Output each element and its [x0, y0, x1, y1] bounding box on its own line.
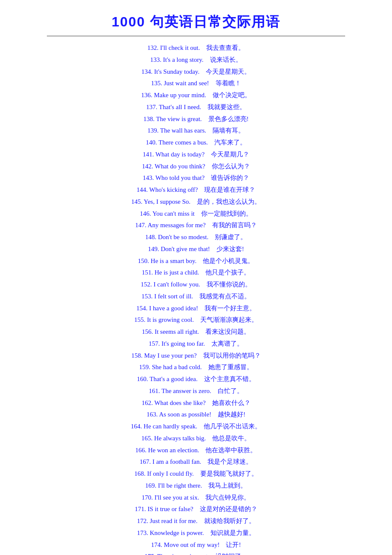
phrase-line: 172. Just read it for me. 就读给我听好了。 — [137, 515, 255, 527]
phrase-line: 144. Who's kicking off? 现在是谁在开球？ — [137, 184, 256, 196]
phrase-line: 153. I felt sort of ill. 我感觉有点不适。 — [141, 291, 251, 303]
phrase-line: 161. The answer is zero. 白忙了。 — [149, 385, 243, 397]
phrase-line: 147. Any messages for me? 有我的留言吗？ — [135, 220, 257, 231]
phrase-line: 171. IS it true or false? 这是对的还是错的？ — [135, 503, 257, 515]
phrase-line: 134. It's Sunday today. 今天是星期天。 — [141, 66, 251, 78]
content-area: 132. I'll check it out. 我去查查看。133. It's … — [47, 42, 345, 555]
phrase-line: 173. Knowledge is power. 知识就是力量。 — [137, 527, 255, 539]
phrase-line: 165. He always talks big. 他总是吹牛。 — [141, 433, 251, 445]
phrase-line: 151. He is just a child. 他只是个孩子。 — [142, 267, 251, 279]
phrase-line: 158. May I use your pen? 我可以用你的笔吗？ — [131, 350, 260, 362]
phrase-line: 132. I'll check it out. 我去查查看。 — [147, 42, 245, 54]
phrase-line: 160. That's a good idea. 这个主意真不错。 — [137, 373, 255, 385]
phrase-line: 150. He is a smart boy. 他是个小机灵鬼。 — [138, 255, 254, 267]
phrase-line: 169. I'll be right there. 我马上就到。 — [145, 480, 247, 492]
page-title: 1000 句英语日常交际用语 — [112, 13, 280, 32]
phrase-line: 155. It is growing cool. 天气渐渐凉爽起来。 — [134, 314, 258, 326]
phrase-line: 138. The view is great. 景色多么漂亮! — [143, 113, 248, 125]
phrase-line: 156. It seems all right. 看来这没问题。 — [142, 326, 250, 338]
phrase-line: 152. I can't follow you. 我不懂你说的。 — [141, 279, 251, 291]
phrase-line: 162. What does she like? 她喜欢什么？ — [141, 397, 250, 409]
phrase-line: 149. Don't give me that! 少来这套! — [148, 243, 244, 255]
phrase-line: 145. Yes, I suppose So. 是的，我也这么认为。 — [131, 196, 261, 208]
phrase-line: 166. He won an election. 他在选举中获胜。 — [135, 445, 257, 457]
phrase-line: 146. You can't miss it 你一定能找到的。 — [140, 208, 252, 220]
phrase-line: 168. If only I could fly. 要是我能飞就好了。 — [134, 468, 257, 480]
phrase-line: 141. What day is today? 今天星期几？ — [143, 149, 249, 161]
phrase-line: 148. Don't be so modest. 别谦虚了。 — [145, 231, 247, 243]
phrase-line: 135. Just wait and see! 等着瞧！ — [151, 78, 241, 90]
phrase-line: 143. Who told you that? 谁告诉你的？ — [143, 172, 249, 184]
phrase-line: 137. That's all I need. 我就要这些。 — [146, 101, 246, 113]
phrase-line: 154. I have a good idea! 我有一个好主意。 — [136, 303, 256, 315]
phrase-line: 139. The wall has ears. 隔墙有耳。 — [147, 125, 245, 137]
phrase-line: 164. He can hardly speak. 他几乎说不出话来。 — [131, 421, 261, 433]
divider — [47, 36, 345, 36]
phrase-line: 142. What do you think? 你怎么认为？ — [142, 161, 250, 173]
phrase-line: 159. She had a bad cold. 她患了重感冒。 — [139, 361, 253, 373]
phrase-line: 163. As soon as possible! 越快越好! — [147, 409, 245, 421]
phrase-line: 167. I am a football fan. 我是个足球迷。 — [140, 456, 253, 468]
page-container: 1000 句英语日常交际用语 132. I'll check it out. 我… — [0, 0, 392, 555]
phrase-line: 170. I'll see you at six. 我六点钟见你。 — [142, 492, 251, 504]
phrase-line: 136. Make up your mind. 做个决定吧。 — [141, 90, 251, 101]
phrase-line: 157. It's going too far. 太离谱了。 — [149, 338, 243, 350]
phrase-line: 133. It's a long story. 说来话长。 — [150, 54, 242, 66]
phrase-line: 140. There comes a bus. 汽车来了。 — [146, 137, 246, 149]
phrase-line: 175. Time is running out. 没时间了。 — [144, 551, 248, 555]
phrase-line: 174. Move out of my way! 让开! — [151, 539, 241, 551]
